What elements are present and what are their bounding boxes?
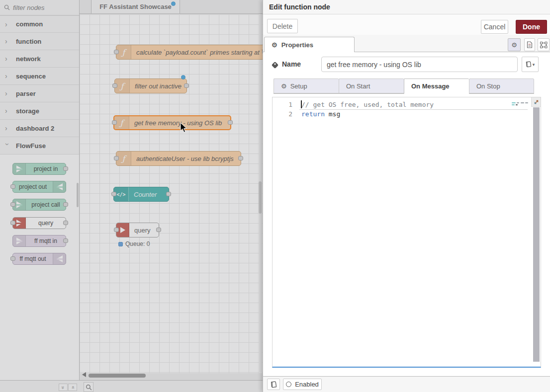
func-tab-label: Setup — [290, 82, 307, 90]
tray-toolbar: Delete Cancel Done — [263, 14, 550, 35]
code-editor[interactable]: 12 // get OS free, used, total memoryret… — [272, 97, 541, 368]
line-number: 2 — [273, 109, 299, 119]
group-selection-icon — [540, 42, 548, 48]
tray-footer: Enabled — [263, 376, 550, 392]
func-tab-label: On Message — [411, 82, 450, 90]
library-button[interactable]: ▾ — [522, 57, 539, 72]
line-number: 1 — [273, 100, 299, 109]
name-row: Name ▾ — [263, 52, 550, 77]
tray-body: Name ▾ ⚙SetupOn StartOn MessageOn Stop 1… — [263, 52, 550, 376]
library-export-button[interactable] — [267, 379, 280, 390]
func-tab-label: On Stop — [476, 82, 500, 90]
tab-on-stop[interactable]: On Stop — [469, 78, 534, 93]
name-input[interactable] — [321, 57, 518, 72]
code-line: // get OS free, used, total memory — [301, 100, 533, 109]
book-icon — [526, 61, 531, 68]
tab-setup[interactable]: ⚙Setup — [274, 78, 339, 93]
editor-gutter: 12 — [273, 97, 299, 367]
appearance-view-button[interactable] — [538, 38, 550, 51]
edit-tray: Edit function node Delete Cancel Done ⚙ … — [263, 0, 550, 392]
editor-code[interactable]: // get OS free, used, total memoryreturn… — [301, 97, 533, 119]
name-label: Name — [282, 60, 301, 68]
tab-on-message[interactable]: On Message — [404, 78, 469, 94]
gear-icon: ⚙ — [281, 83, 287, 89]
tray-tab-row: ⚙ Properties ⚙ — [263, 35, 550, 52]
editor-minimap — [512, 102, 529, 108]
caret-down-icon: ▾ — [533, 62, 535, 67]
tab-properties[interactable]: ⚙ Properties — [264, 37, 355, 53]
properties-tab-label: Properties — [281, 41, 313, 49]
func-tab-label: On Start — [346, 82, 370, 90]
mouse-cursor — [180, 122, 187, 133]
tag-icon — [272, 62, 278, 69]
tray-header: Edit function node — [263, 0, 550, 14]
status-circle-icon — [286, 382, 291, 387]
code-line: return msg — [301, 109, 533, 119]
tray-title: Edit function node — [269, 3, 330, 11]
properties-view-button[interactable]: ⚙ — [508, 38, 521, 51]
enabled-label: Enabled — [295, 381, 319, 388]
text-cursor — [301, 100, 302, 108]
gear-icon: ⚙ — [511, 42, 517, 48]
cancel-button[interactable]: Cancel — [481, 20, 508, 34]
gear-icon: ⚙ — [272, 42, 277, 48]
node-enabled-toggle[interactable]: Enabled — [283, 379, 322, 390]
description-view-button[interactable] — [524, 38, 535, 51]
delete-button[interactable]: Delete — [267, 19, 298, 33]
function-editor-tabs: ⚙SetupOn StartOn MessageOn Stop — [274, 78, 534, 94]
editor-expand-button[interactable] — [531, 97, 541, 107]
editor-scrollbar[interactable] — [533, 107, 540, 362]
tab-on-start[interactable]: On Start — [339, 78, 404, 93]
document-icon — [527, 41, 533, 48]
node-red-editor: ›common›function›network›sequence›parser… — [0, 0, 550, 392]
expand-icon — [534, 99, 539, 105]
editor-shade-overlay — [0, 0, 263, 392]
book-icon — [271, 381, 276, 388]
done-button[interactable]: Done — [516, 20, 547, 34]
